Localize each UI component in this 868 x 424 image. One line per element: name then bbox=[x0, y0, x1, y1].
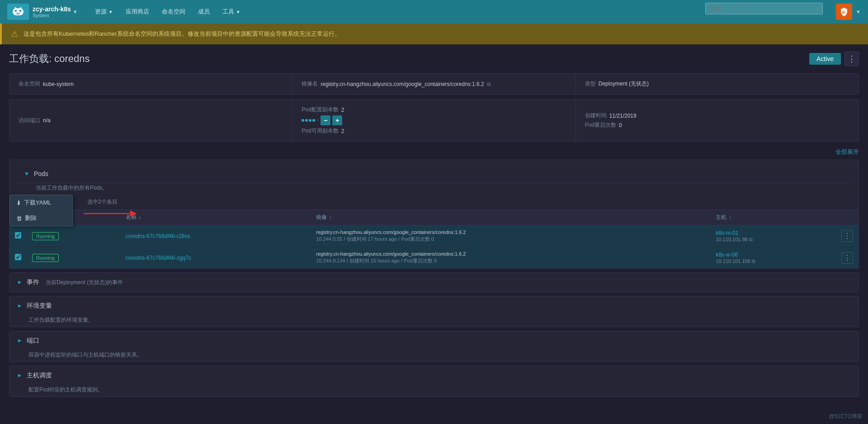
created-cell: 创建时间 11/21/2019 Pod重启次数 0 bbox=[576, 100, 859, 141]
row2-status-cell: Running bbox=[27, 247, 120, 269]
row2-name-cell: coredns-67c766df46-zgq7c bbox=[120, 247, 311, 269]
type-cell: 类型 Deployment (无状态) bbox=[576, 74, 859, 94]
download-yaml-item[interactable]: ⬇ 下载YAML bbox=[10, 195, 72, 210]
replica-dots bbox=[302, 119, 319, 122]
cluster-name: zcy-arch-k8s bbox=[33, 5, 71, 13]
port-cell: 访问端口 n/a bbox=[9, 100, 292, 141]
decrease-replica-button[interactable]: − bbox=[321, 115, 330, 125]
pods-section-subtitle: 当前工作负载中的所有Pods。 bbox=[17, 184, 851, 195]
row2-actions-button[interactable]: ⋮ bbox=[841, 252, 853, 264]
increase-replica-button[interactable]: + bbox=[332, 115, 342, 125]
row1-status-cell: Running bbox=[27, 225, 120, 247]
replicas-label: Pod配置副本数 bbox=[302, 106, 338, 114]
events-section-header[interactable]: ▼ 事件 当前Deployment (无状态)的事件 bbox=[9, 273, 859, 292]
scheduling-section-header[interactable]: ▼ 主机调度 bbox=[9, 366, 859, 385]
env-section: ▼ 环境变量 工作负载配置的环境变量。 bbox=[9, 296, 859, 327]
cluster-sub: System bbox=[33, 13, 71, 18]
nav-namespace-label: 命名空间 bbox=[162, 8, 185, 16]
env-section-title: 环境变量 bbox=[27, 302, 52, 310]
row1-host-cell: k8s-m-01 10.110.101.98 ⧉ bbox=[710, 225, 836, 247]
bottom-credit: @51CTO博客 bbox=[829, 413, 863, 420]
row2-checkbox[interactable] bbox=[15, 254, 21, 260]
env-collapse-icon: ▼ bbox=[16, 303, 23, 309]
page-title: 工作负载: coredns bbox=[9, 52, 90, 66]
host-header[interactable]: 主机 ↕ bbox=[710, 210, 836, 225]
type-label: 类型 bbox=[585, 80, 596, 88]
nav-resources[interactable]: 资源 ▼ bbox=[89, 0, 119, 24]
name-header-label: 名称 bbox=[126, 214, 137, 220]
scheduling-section: ▼ 主机调度 配置Pod对应的主机调度规则。 bbox=[9, 366, 859, 397]
user-dropdown-icon[interactable]: ▼ bbox=[856, 9, 861, 14]
nav-members[interactable]: 成员 bbox=[192, 0, 216, 24]
pods-toolbar: ⬇ 下载YAML 🗑 删除 选中2个条目 bbox=[9, 195, 859, 210]
row2-image-info: registry.cn-hangzhou.aliyuncs.com/google… bbox=[316, 251, 705, 257]
pods-section: ▼ Pods 当前工作负载中的所有Pods。 ⬇ 下载YAML 🗑 删除 选中2… bbox=[9, 160, 859, 269]
events-collapse-icon: ▼ bbox=[16, 280, 23, 285]
row1-actions-button[interactable]: ⋮ bbox=[841, 230, 853, 242]
delete-item[interactable]: 🗑 删除 bbox=[10, 210, 72, 226]
available-label: Pod可用副本数 bbox=[302, 127, 338, 135]
image-header[interactable]: 镜像 ↕ bbox=[311, 210, 710, 225]
events-section-subtitle: 当前Deployment (无状态)的事件 bbox=[46, 279, 123, 286]
nav-appstore[interactable]: 应用商店 bbox=[119, 0, 156, 24]
port-label: 访问端口 bbox=[19, 117, 40, 124]
delete-label: 删除 bbox=[25, 214, 37, 222]
row1-checkbox-cell bbox=[9, 225, 27, 247]
search-input[interactable] bbox=[705, 3, 823, 14]
pods-section-header[interactable]: ▼ Pods bbox=[17, 165, 851, 183]
cluster-info: zcy-arch-k8s System bbox=[33, 5, 71, 18]
svg-text:P: P bbox=[842, 10, 845, 15]
nav-right: P ▼ bbox=[836, 4, 861, 20]
name-header[interactable]: 名称 ↕ bbox=[120, 210, 311, 225]
row1-checkbox[interactable] bbox=[15, 232, 21, 238]
row2-name-link[interactable]: coredns-67c766df46-zgq7c bbox=[126, 255, 191, 261]
warning-banner: ⚠ 这是包含所有Kubernetes和Rancher系统命名空间的系统项目。修改… bbox=[0, 24, 868, 44]
row2-host-link[interactable]: k8s-w-06 bbox=[716, 252, 830, 258]
image-label: 镜像名 bbox=[302, 80, 318, 88]
copy-image-icon[interactable]: ⧉ bbox=[487, 81, 491, 87]
scheduling-section-subtitle: 配置Pod对应的主机调度规则。 bbox=[9, 386, 859, 396]
row1-host-link[interactable]: k8s-m-01 bbox=[716, 230, 830, 236]
row2-image-cell: registry.cn-hangzhou.aliyuncs.com/google… bbox=[311, 247, 710, 269]
type-value: Deployment (无状态) bbox=[599, 80, 649, 88]
nav-namespace[interactable]: 命名空间 bbox=[156, 0, 192, 24]
scheduling-collapse-icon: ▼ bbox=[16, 373, 23, 378]
row1-host-ip: 10.110.101.98 ⧉ bbox=[716, 237, 752, 242]
table-row: Running coredns-67c766df46-zgq7c registr… bbox=[9, 247, 859, 269]
nav-appstore-label: 应用商店 bbox=[126, 8, 149, 16]
logo bbox=[7, 4, 29, 20]
expand-all-row: 全部展开 bbox=[9, 146, 859, 158]
row2-image-meta: 10.244.9.134 / 创建时间 15 hours ago / Pod重启… bbox=[316, 257, 705, 264]
image-header-label: 镜像 bbox=[316, 214, 327, 220]
copy-host2-icon[interactable]: ⧉ bbox=[752, 258, 755, 264]
svg-point-2 bbox=[19, 10, 21, 12]
row1-image-info: registry.cn-hangzhou.aliyuncs.com/google… bbox=[316, 229, 705, 235]
host-header-label: 主机 bbox=[716, 214, 726, 220]
expand-all-button[interactable]: 全部展开 bbox=[835, 148, 859, 156]
scheduling-section-title: 主机调度 bbox=[27, 372, 52, 380]
image-value: registry.cn-hangzhou.aliyuncs.com/google… bbox=[321, 81, 484, 87]
available-value: 2 bbox=[341, 128, 344, 134]
port-section-header[interactable]: ▼ 端口 bbox=[9, 331, 859, 350]
row2-host-ip: 10.110.101.106 ⧉ bbox=[716, 258, 755, 264]
nav-tools[interactable]: 工具 ▼ bbox=[216, 0, 247, 24]
row1-actions-cell: ⋮ bbox=[836, 225, 859, 247]
row2-host-cell: k8s-w-06 10.110.101.106 ⧉ bbox=[710, 247, 836, 269]
cluster-dropdown-icon[interactable]: ▼ bbox=[73, 9, 78, 14]
port-section-title: 端口 bbox=[27, 337, 39, 345]
warning-text: 这是包含所有Kubernetes和Rancher系统命名空间的系统项目。修改当前… bbox=[24, 30, 340, 38]
user-avatar[interactable]: P bbox=[836, 4, 852, 20]
status-badge: Active bbox=[809, 53, 841, 65]
env-section-header[interactable]: ▼ 环境变量 bbox=[9, 296, 859, 315]
nav-resources-label: 资源 bbox=[95, 8, 107, 16]
more-actions-button[interactable]: ⋮ bbox=[844, 52, 859, 66]
svg-rect-4 bbox=[14, 7, 16, 10]
page-header-actions: Active ⋮ bbox=[809, 52, 859, 66]
warning-icon: ⚠ bbox=[11, 29, 18, 39]
info-row-1: 命名空间 kube-system 镜像名 registry.cn-hangzho… bbox=[9, 73, 859, 95]
row2-status: Running bbox=[32, 254, 59, 262]
port-value: n/a bbox=[43, 117, 51, 124]
copy-host1-icon[interactable]: ⧉ bbox=[749, 237, 753, 242]
row1-name-link[interactable]: coredns-67c766df46-r28vs bbox=[126, 233, 190, 239]
toolbar-dropdown: ⬇ 下载YAML 🗑 删除 bbox=[9, 195, 73, 226]
